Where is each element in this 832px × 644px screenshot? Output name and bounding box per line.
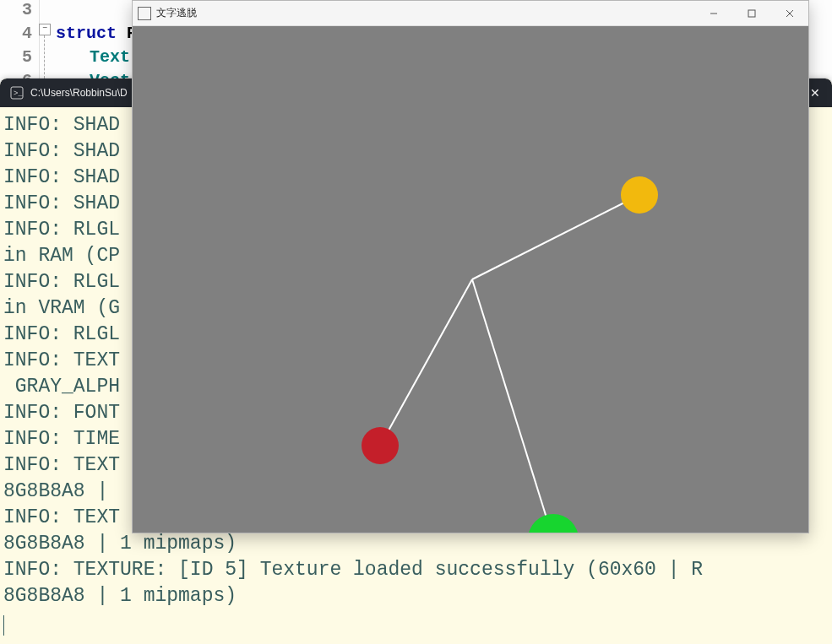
svg-text:>_: >_	[14, 89, 23, 98]
svg-rect-3	[748, 10, 755, 17]
close-button[interactable]	[770, 1, 808, 25]
maximize-icon	[748, 9, 756, 18]
terminal-line: INFO: TEXT	[3, 349, 120, 371]
svg-line-5	[786, 10, 793, 17]
terminal-line: INFO: SHAD	[3, 192, 120, 214]
svg-line-4	[786, 10, 793, 17]
maximize-button[interactable]	[732, 1, 770, 25]
terminal-tab-icon: >_	[10, 86, 24, 100]
code-line[interactable]: Text	[90, 46, 130, 69]
terminal-line: 8G8B8A8 | 1 mipmaps)	[3, 585, 237, 607]
line-number: 3	[0, 0, 32, 22]
terminal-line: INFO: TIME	[3, 428, 120, 450]
minimize-button[interactable]	[694, 1, 732, 25]
close-icon	[786, 9, 794, 18]
terminal-line: INFO: SHAD	[3, 114, 120, 136]
game-svg	[133, 26, 808, 533]
close-icon: ✕	[810, 86, 820, 100]
line-number: 4	[0, 22, 32, 46]
terminal-line: INFO: SHAD	[3, 166, 120, 188]
line-to-green	[472, 279, 553, 533]
fold-guide	[44, 35, 45, 78]
game-titlebar[interactable]: 文字逃脱	[133, 1, 808, 26]
terminal-line: INFO: TEXTURE: [ID 5] Texture loaded suc…	[3, 559, 703, 581]
terminal-line: INFO: RLGL	[3, 271, 120, 293]
terminal-line: INFO: RLGL	[3, 219, 120, 241]
line-number: 5	[0, 46, 32, 69]
code-line[interactable]: struct P	[56, 22, 137, 46]
terminal-title: C:\Users\RobbinSu\D	[30, 87, 128, 99]
terminal-line: INFO: RLGL	[3, 323, 120, 345]
red-ball[interactable]	[362, 427, 399, 464]
keyword-struct: struct	[56, 24, 117, 43]
game-title: 文字逃脱	[156, 6, 197, 20]
terminal-cursor	[3, 615, 4, 636]
game-window: 文字逃脱	[132, 0, 809, 533]
minimize-icon	[710, 9, 718, 18]
terminal-line: INFO: SHAD	[3, 140, 120, 162]
game-canvas[interactable]	[133, 26, 808, 533]
terminal-line: 8G8B8A8 |	[3, 480, 120, 502]
terminal-line: in VRAM (G	[3, 297, 120, 319]
type-name: Text	[90, 47, 130, 67]
line-to-yellow	[472, 195, 639, 279]
window-controls	[694, 1, 808, 25]
yellow-ball[interactable]	[621, 176, 658, 214]
terminal-line: 8G8B8A8 | 1 mipmaps)	[3, 533, 237, 555]
terminal-line: in RAM (CP	[3, 245, 120, 267]
terminal-line: GRAY_ALPH	[3, 376, 120, 398]
terminal-line: INFO: FONT	[3, 402, 120, 424]
app-icon	[138, 7, 151, 20]
editor-gutter: 3 4 5 6	[0, 0, 40, 78]
fold-toggle-icon[interactable]: −	[39, 24, 51, 35]
line-to-red	[380, 279, 472, 446]
